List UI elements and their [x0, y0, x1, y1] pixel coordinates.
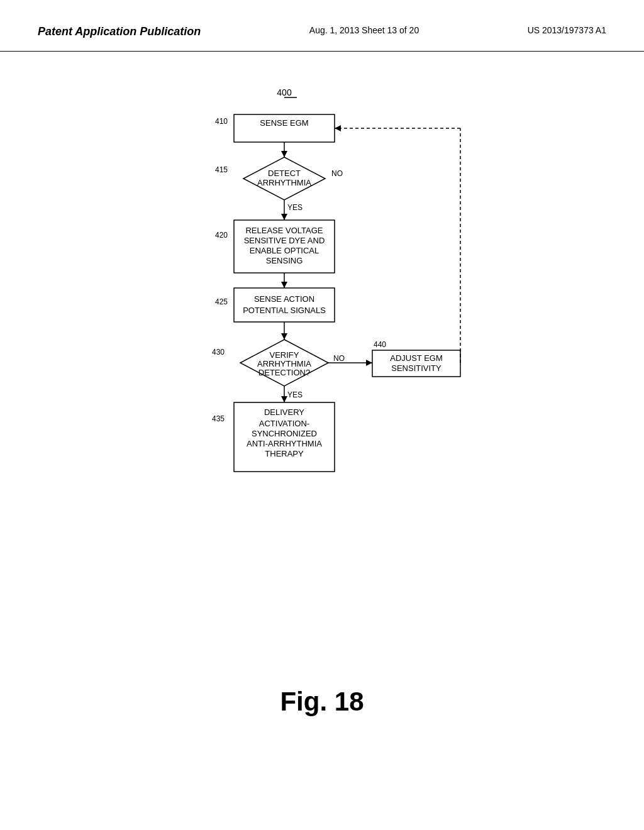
- node-435-text-1: DELIVERY: [264, 407, 304, 417]
- node-415-label: 415: [215, 165, 228, 174]
- flowchart-container: text { font-family: Arial, Helvetica, sa…: [0, 52, 644, 729]
- node-420-text-1: RELEASE VOLTAGE: [245, 226, 323, 235]
- svg-marker-6: [281, 282, 287, 288]
- svg-marker-4: [281, 214, 287, 220]
- no-label-415: NO: [331, 169, 343, 178]
- page: Patent Application Publication Aug. 1, 2…: [0, 0, 644, 830]
- header-publication-label: Patent Application Publication: [38, 25, 201, 38]
- node-430-text-1: VERIFY: [270, 350, 299, 360]
- svg-marker-2: [281, 151, 287, 157]
- node-420-label: 420: [215, 231, 228, 240]
- node-430-text-2: ARRHYTHMIA: [257, 359, 311, 368]
- node-435-text-5: THERAPY: [265, 449, 304, 458]
- yes-label-415: YES: [287, 203, 303, 212]
- diagram-number: 400: [277, 87, 292, 97]
- node-435-text-4: ANTI-ARRHYTHMIA: [247, 439, 322, 448]
- node-435-text-3: SYNCHRONIZED: [252, 429, 317, 438]
- header-sheet-info: Aug. 1, 2013 Sheet 13 of 20: [309, 25, 419, 35]
- node-440-text-1: ADJUST EGM: [390, 353, 443, 363]
- node-425-text-1: SENSE ACTION: [254, 294, 314, 304]
- node-440-label: 440: [374, 340, 386, 349]
- node-425-box: [234, 288, 335, 322]
- node-410-text-1: SENSE EGM: [260, 118, 308, 128]
- svg-marker-13: [335, 125, 341, 131]
- flowchart-svg: text { font-family: Arial, Helvetica, sa…: [102, 77, 542, 674]
- node-425-text-2: POTENTIAL SIGNALS: [243, 306, 326, 315]
- node-420-text-4: SENSING: [266, 256, 303, 265]
- node-415-text-2: ARRHYTHMIA: [257, 178, 311, 187]
- no-label-430: NO: [333, 354, 345, 363]
- header-patent-number: US 2013/197373 A1: [528, 25, 606, 35]
- svg-marker-8: [281, 333, 287, 340]
- node-440-text-2: SENSITIVITY: [391, 363, 441, 373]
- node-420-text-3: ENABLE OPTICAL: [250, 246, 319, 255]
- node-435-text-2: ACTIVATION-: [259, 419, 309, 428]
- node-435-label: 435: [212, 414, 225, 423]
- svg-marker-15: [281, 396, 287, 402]
- header: Patent Application Publication Aug. 1, 2…: [0, 0, 644, 52]
- node-430-label: 430: [212, 348, 225, 357]
- node-420-text-2: SENSITIVE DYE AND: [244, 236, 325, 245]
- node-415-text-1: DETECT: [268, 169, 301, 178]
- node-410-label: 410: [215, 117, 228, 126]
- node-425-label: 425: [215, 297, 228, 306]
- yes-label-430: YES: [287, 390, 303, 399]
- svg-marker-10: [366, 360, 372, 366]
- node-430-text-3: DETECTION?: [258, 368, 310, 377]
- figure-label: Fig. 18: [280, 687, 364, 717]
